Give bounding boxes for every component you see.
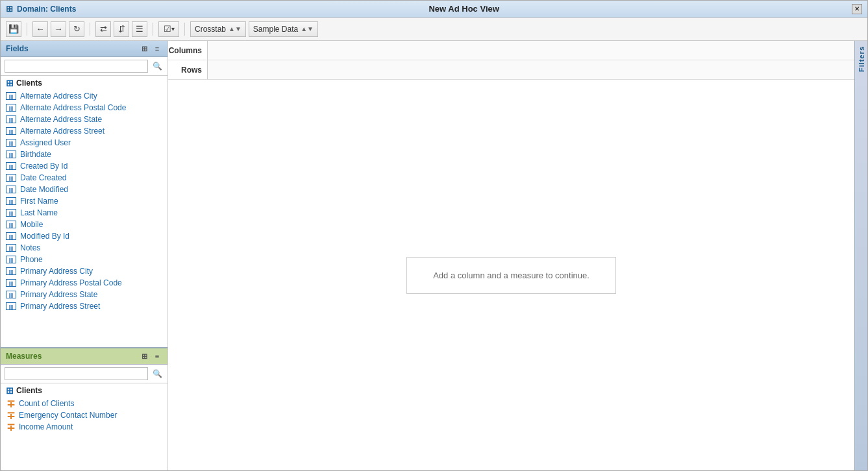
measures-search-input[interactable] (5, 367, 148, 380)
domain-title: Domain: Clients (17, 5, 76, 14)
field-item-5[interactable]: ||| Birthdate (1, 149, 167, 160)
field-label-0: Alternate Address City (20, 91, 97, 101)
field-item-17[interactable]: ||| Primary Address State (1, 289, 167, 300)
measures-header: Measures ⊞ ≡ (1, 348, 167, 365)
field-label-3: Alternate Address Street (20, 127, 105, 136)
crosstab-label: Crosstab (195, 25, 226, 34)
columns-drop-zone[interactable] (207, 41, 854, 60)
field-icon-2: ||| (6, 115, 16, 123)
field-item-4[interactable]: ||| Assigned User (1, 137, 167, 149)
sample-data-dropdown[interactable]: Sample Data ▲▼ (249, 21, 318, 37)
field-item-2[interactable]: ||| Alternate Address State (1, 114, 167, 125)
field-item-3[interactable]: ||| Alternate Address Street (1, 125, 167, 137)
crosstab-dropdown[interactable]: Crosstab ▲▼ (190, 21, 246, 37)
field-icon-6: ||| (6, 162, 16, 170)
field-icon-8: ||| (6, 186, 16, 193)
field-label-10: Last Name (20, 208, 58, 217)
filters-label: Filters (858, 46, 865, 72)
separator-1 (27, 23, 27, 36)
field-label-11: Mobile (20, 220, 43, 229)
field-icon-12: ||| (6, 232, 16, 240)
field-item-6[interactable]: ||| Created By Id (1, 160, 167, 172)
field-item-7[interactable]: ||| Date Created (1, 172, 167, 184)
fields-search-icon[interactable]: 🔍 (151, 60, 164, 73)
columns-row: Columns (168, 41, 854, 60)
field-item-16[interactable]: ||| Primary Address Postal Code (1, 277, 167, 289)
separator-4 (184, 23, 185, 36)
title-bar: ⊞ Domain: Clients New Ad Hoc View ✕ (1, 1, 867, 18)
field-label-18: Primary Address Street (20, 302, 100, 311)
rows-row: Rows (168, 60, 854, 80)
view-title: New Ad Hoc View (428, 4, 499, 14)
center-area: Add a column and a measure to continue. (168, 80, 854, 470)
measure-item-2[interactable]: ∓ Income Amount (1, 421, 167, 433)
hint-box: Add a column and a measure to continue. (406, 257, 616, 294)
field-label-1: Alternate Address Postal Code (20, 103, 126, 112)
field-icon-0: ||| (6, 92, 16, 100)
title-bar-actions: ✕ (852, 4, 862, 14)
field-item-18[interactable]: ||| Primary Address Street (1, 300, 167, 312)
field-item-8[interactable]: ||| Date Modified (1, 184, 167, 195)
move-button[interactable]: ⇄ (95, 21, 111, 37)
field-icon-17: ||| (6, 291, 16, 298)
fields-header-icons: ⊞ ≡ (139, 43, 162, 54)
sample-data-label: Sample Data (253, 25, 298, 34)
field-icon-11: ||| (6, 221, 16, 228)
measures-search-icon[interactable]: 🔍 (151, 367, 164, 380)
fields-root-node[interactable]: ⊞ Clients (1, 76, 167, 90)
sort-button[interactable]: ⇵ (114, 21, 129, 37)
field-icon-9: ||| (6, 197, 16, 205)
reset-button[interactable]: ↻ (69, 21, 84, 37)
field-item-13[interactable]: ||| Notes (1, 242, 167, 254)
main-body: Fields ⊞ ≡ 🔍 ⊞ Clients ||| Alternate Add… (1, 41, 867, 470)
left-panel: Fields ⊞ ≡ 🔍 ⊞ Clients ||| Alternate Add… (1, 41, 168, 470)
field-label-2: Alternate Address State (20, 115, 102, 124)
measure-item-0[interactable]: ∓ Count of Clients (1, 398, 167, 409)
undo-button[interactable]: ← (32, 21, 48, 37)
rows-label: Rows (168, 66, 207, 75)
measure-item-1[interactable]: ∓ Emergency Contact Number (1, 409, 167, 421)
field-item-12[interactable]: ||| Modified By Id (1, 230, 167, 242)
field-icon-16: ||| (6, 279, 16, 287)
field-item-0[interactable]: ||| Alternate Address City (1, 90, 167, 102)
measures-title: Measures (6, 352, 42, 361)
field-label-12: Modified By Id (20, 232, 69, 241)
fields-icon-1[interactable]: ⊞ (139, 43, 149, 54)
measure-icon-0: ∓ (6, 399, 15, 408)
measures-icon-2[interactable]: ≡ (152, 351, 162, 361)
field-item-9[interactable]: ||| First Name (1, 195, 167, 207)
toolbar: 💾 ← → ↻ ⇄ ⇵ ☰ ☑ ▾ Crosstab ▲▼ Sample Dat… (1, 18, 867, 41)
measures-search-box: 🔍 (1, 365, 167, 383)
fields-icon-2[interactable]: ≡ (152, 43, 162, 54)
field-label-14: Phone (20, 255, 43, 264)
sample-data-arrow: ▲▼ (301, 25, 314, 32)
table-button[interactable]: ☰ (132, 21, 147, 37)
field-label-13: Notes (20, 243, 40, 252)
field-item-11[interactable]: ||| Mobile (1, 219, 167, 230)
crosstab-area: Columns Rows Add a column and a measure … (168, 41, 854, 470)
filters-sidebar[interactable]: Filters (854, 41, 867, 470)
field-icon-1: ||| (6, 104, 16, 112)
measure-label-0: Count of Clients (19, 399, 74, 408)
save-button[interactable]: 💾 (6, 21, 21, 37)
field-label-9: First Name (20, 197, 58, 206)
measures-icon-1[interactable]: ⊞ (139, 351, 149, 361)
field-item-15[interactable]: ||| Primary Address City (1, 265, 167, 277)
check-button[interactable]: ☑ ▾ (158, 21, 179, 37)
measures-root-node[interactable]: ⊞ Clients (1, 383, 167, 398)
field-item-14[interactable]: ||| Phone (1, 254, 167, 265)
field-label-7: Date Created (20, 173, 66, 182)
close-button[interactable]: ✕ (852, 4, 862, 14)
field-item-10[interactable]: ||| Last Name (1, 207, 167, 219)
field-icon-3: ||| (6, 127, 16, 135)
fields-title: Fields (6, 44, 29, 53)
fields-search-input[interactable] (5, 60, 148, 73)
separator-3 (153, 23, 153, 36)
hint-text: Add a column and a measure to continue. (433, 271, 589, 280)
measures-list: ⊞ Clients ∓ Count of Clients ∓ Emergency… (1, 383, 167, 470)
crosstab-arrow: ▲▼ (229, 25, 242, 32)
rows-drop-zone[interactable] (207, 60, 854, 79)
redo-button[interactable]: → (51, 21, 66, 37)
field-icon-13: ||| (6, 244, 16, 252)
field-item-1[interactable]: ||| Alternate Address Postal Code (1, 102, 167, 114)
